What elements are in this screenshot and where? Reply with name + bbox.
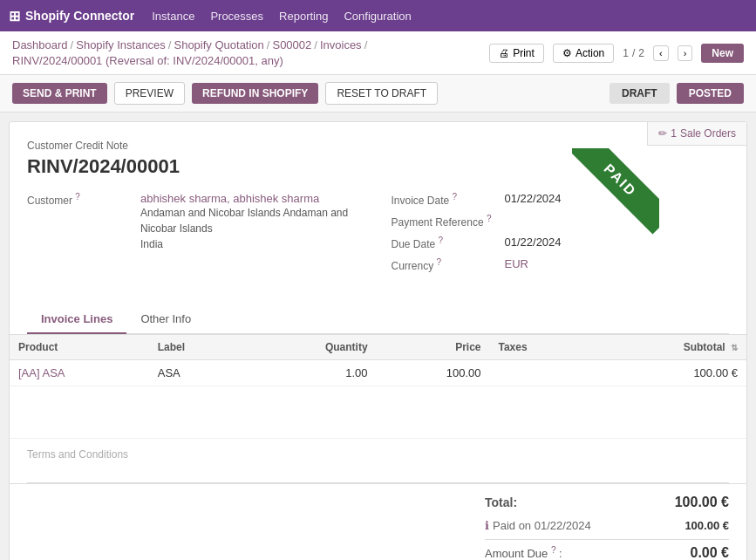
currency-row: Currency ? EUR <box>392 257 730 272</box>
customer-help-icon: ? <box>75 192 80 201</box>
print-icon: 🖨 <box>499 47 509 59</box>
terms-label: Terms and Conditions <box>27 448 128 461</box>
send-print-button[interactable]: SEND & PRINT <box>12 83 107 104</box>
col-price: Price <box>377 335 490 360</box>
col-product: Product <box>10 335 149 360</box>
document-type-label: Customer Credit Note <box>27 140 729 152</box>
row-taxes <box>490 360 591 386</box>
payment-reference-label: Payment Reference ? <box>392 214 505 229</box>
action-toolbar: SEND & PRINT PREVIEW REFUND IN SHOPIFY R… <box>0 75 756 113</box>
print-label: Print <box>513 47 535 59</box>
doc-right: Invoice Date ? 01/22/2024 Payment Refere… <box>392 192 730 279</box>
status-draft-button[interactable]: DRAFT <box>610 83 670 104</box>
document-fields: Customer ? abhishek sharma, abhishek sha… <box>27 192 729 279</box>
status-posted-button[interactable]: POSTED <box>677 83 744 104</box>
page-sep: / <box>632 47 635 59</box>
app-title: Shopify Connector <box>25 9 134 23</box>
row-label: ASA <box>149 360 247 386</box>
invoice-date-value: 01/22/2024 <box>505 192 562 205</box>
doc-left: Customer ? abhishek sharma, abhishek sha… <box>27 192 365 279</box>
due-date-row: Due Date ? 01/22/2024 <box>392 236 730 250</box>
total-row: Total: 100.00 € <box>485 493 729 512</box>
edit-icon: ✏ <box>658 127 667 140</box>
totals-table: Total: 100.00 € ℹ Paid on 01/22/2024 100… <box>485 493 729 560</box>
main-content: ✏ 1 Sale Orders PAID Customer Credit Not… <box>9 121 747 560</box>
amount-due-value: 0.00 € <box>650 545 729 560</box>
nav-processes[interactable]: Processes <box>210 10 263 23</box>
nav-reporting[interactable]: Reporting <box>279 10 328 23</box>
col-taxes: Taxes <box>490 335 591 360</box>
breadcrumb-invoices[interactable]: Invoices <box>320 38 362 51</box>
total-value: 100.00 € <box>650 495 729 510</box>
document-body: Customer Credit Note RINV/2024/00001 Cus… <box>10 122 746 305</box>
sale-orders-label: Sale Orders <box>680 127 736 140</box>
prev-page-button[interactable]: ‹ <box>653 45 669 61</box>
top-nav: ⊞ Shopify Connector Instance Processes R… <box>0 0 756 31</box>
tabs: Invoice Lines Other Info <box>27 305 729 334</box>
document-number: RINV/2024/00001 <box>27 155 729 178</box>
reset-button[interactable]: RESET TO DRAFT <box>325 82 438 105</box>
customer-name[interactable]: abhishek sharma, abhishek sharma <box>140 192 365 205</box>
page-total: 2 <box>638 47 644 59</box>
currency-label: Currency ? <box>392 257 505 272</box>
breadcrumb-s00002[interactable]: S00002 <box>272 38 311 51</box>
amount-due-help-icon: ? <box>551 545 556 555</box>
breadcrumb-current: RINV/2024/00001 (Reversal of: INV/2024/0… <box>12 54 283 67</box>
row-quantity: 1.00 <box>246 360 376 386</box>
next-page-button[interactable]: › <box>678 45 693 61</box>
currency-help-icon: ? <box>437 257 442 267</box>
tab-invoice-lines[interactable]: Invoice Lines <box>27 305 126 334</box>
info-icon: ℹ <box>485 519 489 532</box>
paid-row: ℹ Paid on 01/22/2024 100.00 € <box>485 517 729 534</box>
amount-due-label: Amount Due ? : <box>485 545 562 560</box>
nav-instance[interactable]: Instance <box>152 10 194 23</box>
customer-address: Andaman and Nicobar Islands Andaman and … <box>140 205 365 252</box>
paid-label: ℹ Paid on 01/22/2024 <box>485 519 591 532</box>
action-button[interactable]: ⚙ Action <box>553 44 614 63</box>
gear-icon: ⚙ <box>562 47 572 59</box>
app-logo: ⊞ Shopify Connector <box>9 8 134 24</box>
paid-value: 100.00 € <box>650 519 729 532</box>
col-quantity: Quantity <box>246 335 376 360</box>
breadcrumb-dashboard[interactable]: Dashboard <box>12 38 68 51</box>
terms-section: Terms and Conditions <box>10 439 746 482</box>
amount-due-row: Amount Due ? : 0.00 € <box>485 543 729 560</box>
empty-rows <box>10 386 746 439</box>
breadcrumb-left: Dashboard / Shopify Instances / Shopify … <box>12 38 489 67</box>
print-button[interactable]: 🖨 Print <box>489 44 544 63</box>
table-row: [AA] ASA ASA 1.00 100.00 100.00 € <box>10 360 746 386</box>
row-subtotal: 100.00 € <box>590 360 746 386</box>
breadcrumb: Dashboard / Shopify Instances / Shopify … <box>0 31 756 75</box>
new-button[interactable]: New <box>701 44 744 63</box>
refund-button[interactable]: REFUND IN SHOPIFY <box>192 83 318 104</box>
payment-reference-help-icon: ? <box>487 214 492 223</box>
invoice-date-label: Invoice Date ? <box>392 192 505 207</box>
page-nav: 1 / 2 <box>623 47 644 59</box>
col-label: Label <box>149 335 247 360</box>
breadcrumb-shopify-instances[interactable]: Shopify Instances <box>76 38 166 51</box>
due-date-help-icon: ? <box>439 236 444 245</box>
customer-label: Customer ? <box>27 192 140 207</box>
nav-configuration[interactable]: Configuration <box>344 10 411 23</box>
due-date-label: Due Date ? <box>392 236 505 250</box>
breadcrumb-shopify-quotation[interactable]: Shopify Quotation <box>174 38 263 51</box>
customer-field-row: Customer ? abhishek sharma, abhishek sha… <box>27 192 365 252</box>
sort-icon: ⇅ <box>731 343 738 352</box>
currency-value[interactable]: EUR <box>505 257 528 270</box>
preview-button[interactable]: PREVIEW <box>114 82 185 105</box>
totals-section: Total: 100.00 € ℹ Paid on 01/22/2024 100… <box>10 483 746 560</box>
sale-orders-banner[interactable]: ✏ 1 Sale Orders <box>647 122 746 146</box>
sale-orders-count: 1 <box>671 127 677 140</box>
grid-icon: ⊞ <box>9 8 20 24</box>
breadcrumb-right: 🖨 Print ⚙ Action 1 / 2 ‹ › New <box>489 44 744 63</box>
row-product[interactable]: [AA] ASA <box>10 360 149 386</box>
due-date-value: 01/22/2024 <box>505 236 562 249</box>
invoice-date-help-icon: ? <box>453 192 458 201</box>
payment-reference-row: Payment Reference ? <box>392 214 730 229</box>
customer-value: abhishek sharma, abhishek sharma Andaman… <box>140 192 365 252</box>
total-label: Total: <box>485 495 517 509</box>
page-current: 1 <box>623 47 629 59</box>
invoice-table: Product Label Quantity Price Taxes Subto… <box>10 334 746 386</box>
tab-other-info[interactable]: Other Info <box>126 305 205 334</box>
row-price: 100.00 <box>377 360 490 386</box>
